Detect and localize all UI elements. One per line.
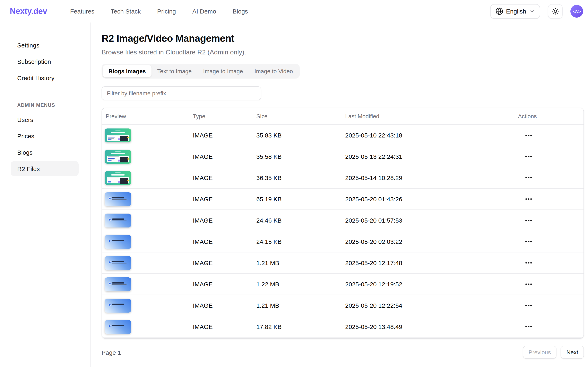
last-modified-cell: 2025-05-20 12:22:54	[345, 302, 518, 309]
sidebar-item-users[interactable]: Users	[11, 112, 79, 127]
table-row: IMAGE35.58 KB2025-05-13 22:24:31	[102, 146, 583, 167]
main-nav: FeaturesTech StackPricingAI DemoBlogs	[70, 8, 248, 15]
preview-cell	[102, 235, 193, 249]
nav-link-blogs[interactable]: Blogs	[233, 8, 248, 15]
sidebar-item-settings[interactable]: Settings	[11, 38, 79, 52]
actions-cell	[518, 281, 583, 287]
preview-cell	[102, 277, 193, 291]
preview-cell	[102, 171, 193, 185]
sidebar-admin-menu: UsersPricesBlogsR2 Files	[0, 112, 90, 176]
table-row: IMAGE1.22 MB2025-05-20 12:19:52	[102, 273, 583, 295]
type-cell: IMAGE	[193, 153, 256, 160]
brand-logo[interactable]: Nexty.dev	[10, 7, 47, 16]
language-selector-button[interactable]: English	[490, 4, 540, 19]
language-label: English	[506, 8, 526, 15]
row-actions-button[interactable]	[523, 132, 534, 139]
table-row: IMAGE24.46 KB2025-05-20 01:57:53	[102, 209, 583, 231]
actions-cell	[518, 324, 583, 330]
type-cell: IMAGE	[193, 259, 256, 266]
pagination: Page 1 Previous Next	[102, 346, 584, 359]
size-cell: 35.83 KB	[256, 132, 345, 139]
size-cell: 36.35 KB	[256, 174, 345, 181]
sidebar-item-credit-history[interactable]: Credit History	[11, 70, 79, 85]
column-header-actions: Actions	[518, 113, 583, 119]
actions-cell	[518, 302, 583, 309]
preview-cell	[102, 192, 193, 206]
row-actions-button[interactable]	[523, 239, 534, 245]
file-thumbnail	[105, 128, 131, 142]
size-cell: 24.15 KB	[256, 238, 345, 245]
actions-cell	[518, 175, 583, 181]
tab-image-to-image[interactable]: Image to Image	[197, 65, 249, 77]
sidebar-item-r2-files[interactable]: R2 Files	[11, 161, 79, 176]
row-actions-button[interactable]	[523, 260, 534, 266]
table-row: IMAGE65.19 KB2025-05-20 01:43:26	[102, 188, 583, 209]
page-title: R2 Image/Video Management	[102, 33, 584, 44]
file-thumbnail	[105, 320, 131, 334]
row-actions-button[interactable]	[523, 196, 534, 202]
page-subtitle: Browse files stored in Cloudflare R2 (Ad…	[102, 48, 584, 57]
sidebar-item-blogs[interactable]: Blogs	[11, 145, 79, 159]
filename-filter-input[interactable]	[102, 86, 261, 100]
sidebar-item-prices[interactable]: Prices	[11, 128, 79, 143]
top-header: Nexty.dev FeaturesTech StackPricingAI De…	[0, 0, 588, 23]
file-thumbnail	[105, 256, 131, 270]
size-cell: 1.22 MB	[256, 281, 345, 288]
nav-link-ai-demo[interactable]: AI Demo	[192, 8, 216, 15]
size-cell: 1.21 MB	[256, 259, 345, 266]
preview-cell	[102, 150, 193, 163]
last-modified-cell: 2025-05-13 22:24:31	[345, 153, 518, 160]
nav-link-features[interactable]: Features	[70, 8, 94, 15]
preview-cell	[102, 256, 193, 270]
table-row: IMAGE35.83 KB2025-05-10 22:43:18	[102, 124, 583, 146]
row-actions-button[interactable]	[523, 324, 534, 330]
tab-blogs-images[interactable]: Blogs Images	[103, 65, 152, 77]
last-modified-cell: 2025-05-20 13:48:49	[345, 323, 518, 330]
actions-cell	[518, 239, 583, 245]
type-cell: IMAGE	[193, 217, 256, 224]
table-row: IMAGE1.21 MB2025-05-20 12:17:48	[102, 252, 583, 273]
row-actions-button[interactable]	[523, 217, 534, 224]
type-cell: IMAGE	[193, 238, 256, 245]
last-modified-cell: 2025-05-10 22:43:18	[345, 132, 518, 139]
type-cell: IMAGE	[193, 323, 256, 330]
file-thumbnail	[105, 277, 131, 291]
last-modified-cell: 2025-05-20 12:19:52	[345, 281, 518, 288]
sidebar: SettingsSubscriptionCredit History ADMIN…	[0, 23, 91, 367]
table-row-partial	[102, 337, 583, 339]
sun-icon	[551, 7, 559, 15]
file-thumbnail	[105, 213, 131, 227]
type-cell: IMAGE	[193, 196, 256, 202]
type-cell: IMAGE	[193, 132, 256, 139]
table-row: IMAGE36.35 KB2025-05-14 10:28:29	[102, 167, 583, 188]
tab-image-to-video[interactable]: Image to Video	[249, 65, 299, 77]
sidebar-item-subscription[interactable]: Subscription	[11, 54, 79, 69]
files-table: PreviewTypeSizeLast ModifiedActions IMAG…	[102, 108, 584, 339]
row-actions-button[interactable]	[523, 175, 534, 181]
nav-link-pricing[interactable]: Pricing	[157, 8, 176, 15]
theme-toggle-button[interactable]	[548, 4, 562, 19]
table-row: IMAGE1.21 MB2025-05-20 12:22:54	[102, 295, 583, 316]
header-actions: English <N>	[490, 4, 583, 19]
row-actions-button[interactable]	[523, 302, 534, 309]
file-category-tabs: Blogs ImagesText to ImageImage to ImageI…	[102, 64, 300, 79]
actions-cell	[518, 196, 583, 202]
file-thumbnail	[105, 171, 131, 185]
size-cell: 1.21 MB	[256, 302, 345, 309]
nav-link-tech-stack[interactable]: Tech Stack	[111, 8, 141, 15]
last-modified-cell: 2025-05-20 01:43:26	[345, 196, 518, 202]
page-indicator: Page 1	[102, 349, 121, 356]
type-cell: IMAGE	[193, 302, 256, 309]
previous-page-button[interactable]: Previous	[523, 346, 556, 359]
column-header-size: Size	[256, 113, 345, 119]
row-actions-button[interactable]	[523, 153, 534, 160]
next-page-button[interactable]: Next	[561, 346, 584, 359]
file-thumbnail	[105, 299, 131, 312]
row-actions-button[interactable]	[523, 281, 534, 287]
file-thumbnail	[105, 235, 131, 249]
last-modified-cell: 2025-05-20 01:57:53	[345, 217, 518, 224]
tab-text-to-image[interactable]: Text to Image	[152, 65, 197, 77]
user-avatar[interactable]: <N>	[571, 5, 583, 17]
last-modified-cell: 2025-05-20 02:03:22	[345, 238, 518, 245]
column-header-last-modified: Last Modified	[345, 113, 518, 119]
